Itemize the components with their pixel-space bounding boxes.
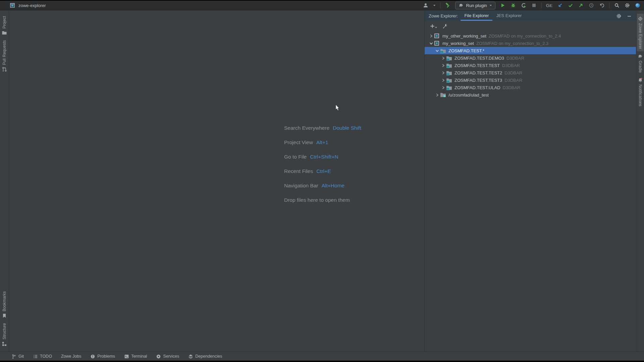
run-combo-caret-icon <box>489 2 492 8</box>
tool-stripe-button[interactable]: Notifications <box>637 75 644 109</box>
build-hammer-icon[interactable] <box>445 2 451 8</box>
shortcut-keystroke: Ctrl+E <box>316 168 331 174</box>
tree-chevron-icon[interactable] <box>440 63 446 67</box>
tree-row[interactable]: /u/zosmfad/ulad_test <box>425 91 636 99</box>
svg-text:DS: DS <box>441 51 443 53</box>
git-widget-label: Git: <box>546 3 553 8</box>
todo-list-icon <box>33 354 38 359</box>
rollback-icon[interactable] <box>599 2 605 8</box>
run-with-coverage-icon[interactable] <box>521 2 527 8</box>
git-update-icon[interactable] <box>557 2 563 8</box>
git-push-icon[interactable] <box>578 2 584 8</box>
tree-node-name: /u/zosmfad/ulad_test <box>448 93 489 98</box>
toolbar-separator <box>440 2 440 8</box>
tree-chevron-icon[interactable] <box>434 49 440 53</box>
tree-chevron-icon[interactable] <box>434 93 440 97</box>
content-area: Project Pull Requests Bookmarks Structur… <box>0 11 644 352</box>
right-tool-stripe: Zowe Explorer Gradle Notifications <box>636 11 644 352</box>
tree-row[interactable]: DS ZOSMFAD.TEST.ULAD D3DBAR <box>425 84 636 91</box>
app-window-icon <box>9 2 15 8</box>
panel-settings-gear-icon[interactable] <box>616 13 622 19</box>
tool-stripe-button[interactable]: Gradle <box>637 51 644 75</box>
tool-stripe-button[interactable]: Bookmarks <box>1 289 8 321</box>
dataset-icon: DS <box>446 77 453 83</box>
dataset-icon: DS <box>440 48 447 53</box>
status-bar-tool-label: Git <box>18 354 24 359</box>
run-button-icon[interactable] <box>500 2 506 8</box>
tree-chevron-icon[interactable] <box>440 71 446 75</box>
shortcut-hint-line: Recent Files Ctrl+E <box>284 168 361 175</box>
user-profile-icon[interactable] <box>423 2 429 8</box>
user-profile-caret-icon[interactable] <box>433 2 436 8</box>
tool-window-tabs: File ExplorerJES Explorer <box>461 11 525 21</box>
problems-icon <box>90 354 95 359</box>
history-icon[interactable] <box>588 2 594 8</box>
tree-row[interactable]: my_working_set ZOSMFAD on my_connection_… <box>425 40 636 47</box>
svg-text:DS: DS <box>447 66 449 68</box>
status-bar-tool-button[interactable]: Zowe Jobs <box>61 354 81 359</box>
panel-hide-icon[interactable] <box>627 13 632 19</box>
bell-icon <box>638 77 643 83</box>
status-bar-tool-button[interactable]: Problems <box>90 354 115 359</box>
tree-chevron-icon[interactable] <box>440 78 446 82</box>
status-bar-tool-button[interactable]: TODO <box>33 354 52 359</box>
stop-button-icon[interactable] <box>531 2 537 8</box>
window-bottom-edge <box>0 361 644 362</box>
status-bar-tool-button[interactable]: Dependencies <box>188 354 222 359</box>
edit-settings-wrench-button[interactable] <box>442 23 448 29</box>
search-everywhere-icon[interactable] <box>614 2 620 8</box>
tree-node-name: ZOSMFAD.TEST.TEST2 <box>454 70 502 75</box>
shortcut-keystroke: Alt+Home <box>322 183 345 189</box>
left-stripe-bottom-group: Bookmarks Structure <box>1 289 8 349</box>
add-working-set-button[interactable] <box>430 23 437 29</box>
tree-row[interactable]: DS ZOSMFAD.TEST.TEST D3DBAR <box>425 62 636 69</box>
tool-stripe-label: Project <box>2 16 7 28</box>
status-bar-tool-label: TODO <box>40 354 52 359</box>
shortcut-hint-line: Search Everywhere Double Shift <box>284 125 361 131</box>
shortcut-hint-line: Project View Alt+1 <box>284 139 361 146</box>
tree-chevron-icon[interactable] <box>440 85 446 89</box>
window-title: zowe-explorer <box>18 3 46 8</box>
zowe-diamond-icon <box>638 16 643 21</box>
status-bar-tool-button[interactable]: Terminal <box>124 354 147 359</box>
tool-stripe-label: Notifications <box>638 84 643 106</box>
run-configuration-combo[interactable]: Run plugin <box>455 2 495 9</box>
main-toolbar: Run plugin Git: <box>423 2 644 9</box>
status-bar-tool-button[interactable]: Git <box>11 354 24 359</box>
shortcut-action-label: Project View <box>284 139 313 145</box>
tool-stripe-button[interactable]: Project <box>1 14 8 38</box>
tool-stripe-button[interactable]: Zowe Explorer <box>637 14 644 51</box>
shortcut-keystroke: Ctrl+Shift+N <box>310 154 338 160</box>
tree-chevron-icon[interactable] <box>428 41 434 45</box>
settings-gear-icon[interactable] <box>624 2 630 8</box>
tree-chevron-icon[interactable] <box>428 34 434 38</box>
working-set-icon <box>434 41 441 46</box>
tree-chevron-icon[interactable] <box>440 56 446 60</box>
status-bar: Git TODO Zowe Jobs Problems Terminal Ser… <box>0 352 644 361</box>
tree-node-suffix: D3DBAR <box>506 56 524 61</box>
zowe-explorer-panel: Zowe Explorer: File ExplorerJES Explorer <box>424 11 636 352</box>
tool-stripe-button[interactable]: Pull Requests <box>1 38 8 74</box>
tool-stripe-label: Structure <box>2 323 7 340</box>
tree-row[interactable]: my_other_working_set ZOSMFAD on my_conne… <box>425 32 636 40</box>
tree-row[interactable]: DS ZOSMFAD.TEST.* <box>425 47 636 54</box>
debug-button-icon[interactable] <box>510 2 516 8</box>
code-with-me-sphere-icon[interactable] <box>635 2 641 8</box>
tool-stripe-label: Zowe Explorer <box>638 23 643 49</box>
tool-stripe-button[interactable]: Structure <box>1 321 8 349</box>
tool-window-tab[interactable]: JES Explorer <box>492 11 525 21</box>
status-bar-tool-label: Services <box>163 354 179 359</box>
tree-row[interactable]: DS ZOSMFAD.TEST.TEST2 D3DBAR <box>425 69 636 76</box>
status-bar-tool-button[interactable]: Services <box>156 354 179 359</box>
tree-node-suffix: D3DBAR <box>504 70 522 75</box>
tree-node-name: ZOSMFAD.TEST.* <box>448 48 484 53</box>
status-bar-tool-label: Problems <box>97 354 115 359</box>
tree-row[interactable]: DS ZOSMFAD.TEST.DEMO3 D3DBAR <box>425 54 636 62</box>
git-commit-icon[interactable] <box>568 2 574 8</box>
tree-row[interactable]: DS ZOSMFAD.TEST.TEST3 D3DBAR <box>425 76 636 84</box>
dataset-icon: DS <box>446 63 453 68</box>
run-configuration-label: Run plugin <box>466 3 487 8</box>
pull-request-icon <box>2 67 7 72</box>
tree-node-suffix: ZOSMFAD on my_connection_to_2.3 <box>476 41 548 46</box>
tool-window-tab[interactable]: File Explorer <box>461 11 492 21</box>
